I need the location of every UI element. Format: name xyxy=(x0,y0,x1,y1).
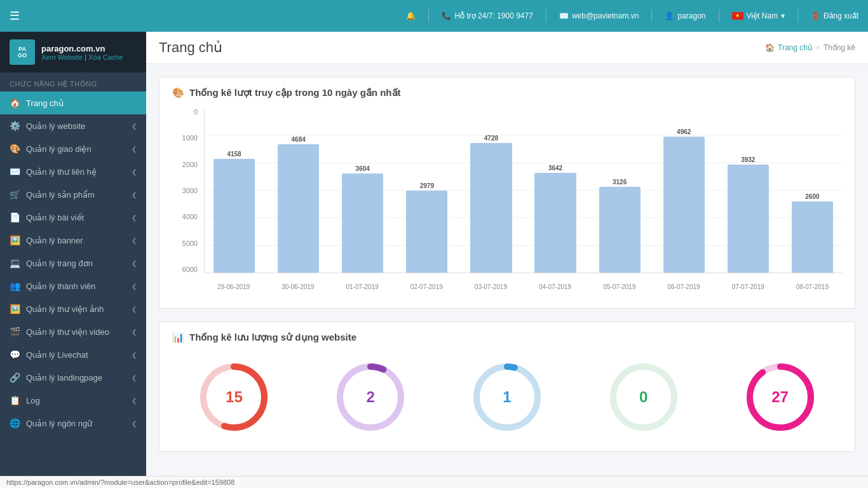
brand-logo: PAGO xyxy=(10,39,35,65)
sidebar-icon-quan-ly-thanh-vien: 👥 xyxy=(10,281,20,291)
sidebar-icon-quan-ly-san-pham: 🛒 xyxy=(10,189,20,200)
sidebar-item-quan-ly-landingpage[interactable]: 🔗 Quản lý landingpage ❮ xyxy=(0,366,146,389)
breadcrumb: 🏠 Trang chủ » Thống kê xyxy=(765,43,855,52)
sidebar-label-quan-ly-landingpage: Quản lý landingpage xyxy=(26,373,102,383)
sidebar-label-quan-ly-ngon-ngu: Quản lý ngôn ngữ xyxy=(26,419,92,428)
sidebar-icon-quan-ly-livechat: 💬 xyxy=(10,349,20,360)
bar-rect-03-07-2019 xyxy=(470,143,512,273)
page-header: Trang chủ 🏠 Trang chủ » Thống kê xyxy=(146,32,868,64)
donut-item-3: 0 xyxy=(606,359,682,435)
sidebar-icon-quan-ly-bai-viet: 📄 xyxy=(10,212,20,222)
sidebar-item-quan-ly-thu-lien-he[interactable]: ✉️ Quản lý thư liên hệ ❮ xyxy=(0,160,146,183)
sidebar-item-quan-ly-trang-don[interactable]: 💻 Quản lý trang đơn ❮ xyxy=(0,252,146,274)
divider-3 xyxy=(651,10,652,22)
sidebar-item-quan-ly-banner[interactable]: 🖼️ Quản lý banner ❮ xyxy=(0,229,146,252)
breadcrumb-current: Thống kê xyxy=(824,43,855,52)
bar-30-06-2019: 4684 xyxy=(269,108,328,273)
x-label-04-07-2019: 04-07-2019 xyxy=(526,283,585,290)
sidebar-item-quan-ly-san-pham[interactable]: 🛒 Quản lý sản phẩm ❮ xyxy=(0,183,146,206)
page-title: Trang chủ xyxy=(159,39,222,56)
logout-icon: 🚪 xyxy=(811,11,820,20)
sidebar-item-quan-ly-giao-dien[interactable]: 🎨 Quản lý giao diện ❮ xyxy=(0,137,146,160)
sidebar-item-trang-chu[interactable]: 🏠 Trang chủ xyxy=(0,92,146,114)
sidebar-label-quan-ly-bai-viet: Quản lý bài viết xyxy=(26,213,84,222)
donut-wrapper-2: 1 xyxy=(469,359,545,435)
sidebar-icon-quan-ly-banner: 🖼️ xyxy=(10,235,20,245)
sidebar-icon-quan-ly-ngon-ngu: 🌐 xyxy=(10,418,20,428)
divider-1 xyxy=(428,10,429,22)
clear-cache-link[interactable]: Xóa Cache xyxy=(88,53,123,61)
sidebar-label-quan-ly-thu-vien-anh: Quản lý thư viện ảnh xyxy=(26,304,104,314)
sidebar-item-quan-ly-livechat[interactable]: 💬 Quản lý Livechat ❮ xyxy=(0,343,146,366)
sidebar-label-log: Log xyxy=(26,396,40,405)
x-label-01-07-2019: 01-07-2019 xyxy=(332,283,391,290)
x-label-07-07-2019: 07-07-2019 xyxy=(719,283,778,290)
divider-2 xyxy=(546,10,546,22)
sidebar-arrow-quan-ly-thu-vien-anh: ❮ xyxy=(132,306,137,313)
donut-value-4: 27 xyxy=(771,388,789,406)
x-label-03-07-2019: 03-07-2019 xyxy=(461,283,520,290)
sidebar-item-quan-ly-website[interactable]: ⚙️ Quản lý website ❮ xyxy=(0,114,146,137)
sidebar-item-quan-ly-thu-vien-anh[interactable]: 🖼️ Quản lý thư viện ảnh ❮ xyxy=(0,297,146,320)
sidebar-item-quan-ly-bai-viet[interactable]: 📄 Quản lý bài viết ❮ xyxy=(0,206,146,229)
logout-button[interactable]: 🚪 Đăng xuất xyxy=(811,11,858,20)
status-bar: https://paragon.com.vn/admin/?module=use… xyxy=(0,476,868,488)
bar-03-07-2019: 4728 xyxy=(461,108,520,273)
bar-08-07-2019: 2600 xyxy=(783,108,842,273)
support-email: ✉️ web@pavietnam.vn xyxy=(559,11,639,20)
user-menu[interactable]: 👤 paragon xyxy=(665,11,705,20)
bell-icon: 🔔 xyxy=(406,11,416,20)
donut-value-2: 1 xyxy=(503,388,511,406)
main-content: Trang chủ 🏠 Trang chủ » Thống kê 🎨 Thống… xyxy=(146,32,868,488)
bar-rect-30-06-2019 xyxy=(278,144,319,273)
chevron-down-icon: ▾ xyxy=(781,11,785,20)
x-label-06-07-2019: 06-07-2019 xyxy=(654,283,713,290)
sidebar-label-quan-ly-website: Quản lý website xyxy=(26,121,85,131)
hamburger-button[interactable]: ☰ xyxy=(10,9,20,23)
bar-rect-06-07-2019 xyxy=(663,137,705,273)
breadcrumb-home[interactable]: Trang chủ xyxy=(778,43,813,52)
chart-bars: 4158 4684 3604 2979 4728 3642 3126 4962 … xyxy=(204,108,842,273)
x-label-08-07-2019: 08-07-2019 xyxy=(783,283,842,290)
bar-02-07-2019: 2979 xyxy=(397,108,456,273)
sidebar-item-quan-ly-thanh-vien[interactable]: 👥 Quản lý thành viên ❮ xyxy=(0,274,146,297)
sidebar-icon-trang-chu: 🏠 xyxy=(10,98,20,108)
sidebar-arrow-quan-ly-giao-dien: ❮ xyxy=(132,146,137,152)
brand-info: paragon.com.vn Xem Website | Xóa Cache xyxy=(41,44,123,61)
sidebar-item-quan-ly-ngon-ngu[interactable]: 🌐 Quản lý ngôn ngữ ❮ xyxy=(0,412,146,435)
sidebar-icon-quan-ly-thu-lien-he: ✉️ xyxy=(10,166,20,177)
sidebar-item-log[interactable]: 📋 Log ❮ xyxy=(0,389,146,412)
donut-row: 15 2 1 xyxy=(172,353,842,442)
sidebar-label-quan-ly-giao-dien: Quản lý giao diện xyxy=(26,144,92,154)
sidebar-item-quan-ly-thu-vien-video[interactable]: 🎬 Quản lý thư viện video ❮ xyxy=(0,320,146,343)
language-selector[interactable]: ★ Việt Nam ▾ xyxy=(732,11,785,20)
sidebar-arrow-quan-ly-ngon-ngu: ❮ xyxy=(132,420,137,427)
bar-chart-container: 6000 5000 4000 3000 2000 1000 0 xyxy=(172,108,842,299)
sidebar-label-quan-ly-livechat: Quản lý Livechat xyxy=(26,350,88,360)
bar-chart-section: 🎨 Thống kê lượt truy cập trong 10 ngày g… xyxy=(159,77,855,309)
sidebar-label-quan-ly-trang-don: Quản lý trang đơn xyxy=(26,259,93,268)
sidebar-arrow-quan-ly-trang-don: ❮ xyxy=(132,260,137,267)
donut-wrapper-1: 2 xyxy=(332,359,409,435)
sidebar-arrow-quan-ly-landingpage: ❮ xyxy=(132,374,137,381)
bar-01-07-2019: 3604 xyxy=(333,108,392,273)
sidebar-label-quan-ly-banner: Quản lý banner xyxy=(26,236,83,245)
sidebar-arrow-quan-ly-san-pham: ❮ xyxy=(132,191,137,198)
home-icon: 🏠 xyxy=(765,43,775,52)
view-website-link[interactable]: Xem Website xyxy=(41,53,83,61)
bar-07-07-2019: 3932 xyxy=(719,108,778,273)
bar-rect-07-07-2019 xyxy=(728,165,769,273)
sidebar-brand: PAGO paragon.com.vn Xem Website | Xóa Ca… xyxy=(0,32,146,72)
sidebar-icon-log: 📋 xyxy=(10,395,20,405)
sidebar-icon-quan-ly-trang-don: 💻 xyxy=(10,258,20,268)
user-icon: 👤 xyxy=(665,11,674,20)
y-axis-labels: 6000 5000 4000 3000 2000 1000 0 xyxy=(172,108,201,273)
donut-wrapper-0: 15 xyxy=(196,359,272,435)
sidebar-arrow-quan-ly-thanh-vien: ❮ xyxy=(132,283,137,290)
sidebar-arrow-quan-ly-bai-viet: ❮ xyxy=(132,214,137,221)
email-icon: ✉️ xyxy=(559,11,569,20)
sidebar-arrow-quan-ly-banner: ❮ xyxy=(132,237,137,244)
sidebar-icon-quan-ly-giao-dien: 🎨 xyxy=(10,144,20,154)
bell-button[interactable]: 🔔 xyxy=(406,11,416,20)
donut-value-1: 2 xyxy=(367,388,375,406)
